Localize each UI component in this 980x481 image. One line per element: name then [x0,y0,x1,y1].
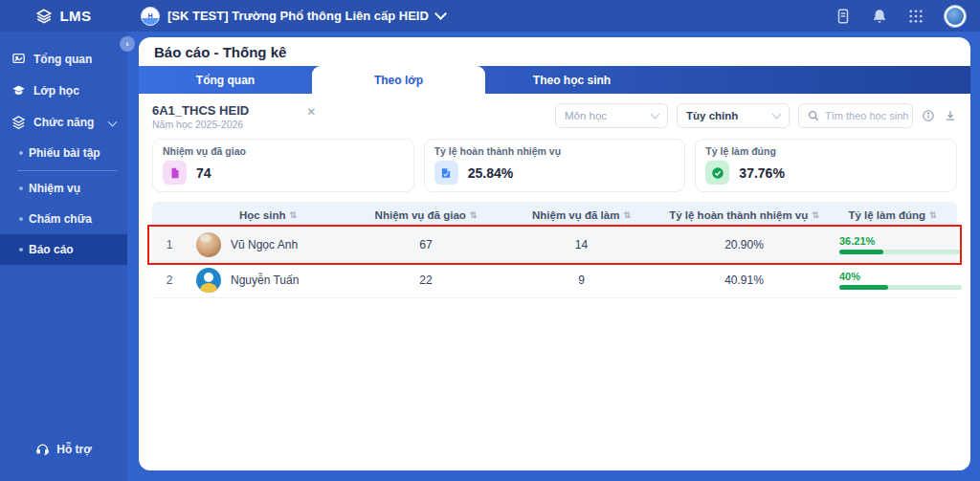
table-row[interactable]: 2 Nguyễn Tuấn 22 9 40.91% 40% [152,263,957,298]
chevron-down-icon [108,118,118,127]
class-info: 6A1_THCS HEID Năm học 2025-2026 [152,103,249,131]
completion-value: 40.91% [660,273,828,287]
tab-theo-lop[interactable]: Theo lớp [312,66,485,94]
chevron-down-icon [651,110,660,120]
sidebar-item-lop-hoc[interactable]: Lớp học [0,75,127,106]
sidebar-subitem-label: Chấm chữa [29,212,92,226]
sort-icon[interactable]: ⇅ [290,210,298,220]
graduation-cap-icon [11,83,26,98]
tab-bar: Tổng quan Theo lớp Theo học sinh [139,66,970,94]
sort-icon[interactable]: ⇅ [812,210,819,220]
tab-label: Theo học sinh [533,74,611,87]
stat-card-assigned: Nhiệm vụ đã giao 74 [152,139,414,192]
completion-icon [434,161,458,185]
bullet-dot [19,217,23,221]
school-selector[interactable]: H [SK TEST] Trường Phổ thông Liên cấp HE… [141,7,445,26]
sidebar-subitem-bao-cao[interactable]: Báo cáo [0,234,127,265]
progress-bar-fill [839,285,888,290]
student-avatar [196,232,221,257]
assigned-value: 22 [349,273,502,287]
school-logo-icon: H [141,7,160,26]
col-done-header[interactable]: Nhiệm vụ đã làm ⇅ [502,209,660,221]
sidebar-collapse-button[interactable]: ‹ [120,36,135,52]
search-input[interactable] [825,110,909,121]
stat-label: Tỷ lệ hoàn thành nhiệm vụ [434,145,676,157]
user-avatar[interactable]: GV [944,5,967,28]
chevron-down-icon [434,8,447,20]
sort-icon[interactable]: ⇅ [623,210,631,220]
school-year: Năm học 2025-2026 [152,119,249,131]
stat-value: 25.84% [468,165,513,181]
support-label: Hỗ trợ [56,443,92,456]
student-search[interactable] [798,103,913,128]
stat-label: Tỷ lệ làm đúng [705,145,947,157]
class-name: 6A1_THCS HEID [152,103,249,119]
progress-bar-fill [839,250,883,254]
sidebar-subitem-phieu-bai-tap[interactable]: Phiếu bài tập [0,138,127,168]
sort-icon[interactable]: ⇅ [929,210,937,220]
sidebar-item-label: Lớp học [33,84,79,98]
tab-tong-quan[interactable]: Tổng quan [139,66,312,94]
student-name: Vũ Ngọc Anh [231,238,298,251]
search-icon [807,109,820,122]
app-logo[interactable]: LMS [0,0,127,32]
subject-select[interactable]: Môn học [555,103,668,128]
bullet-dot [19,151,23,155]
school-name: [SK TEST] Trường Phổ thông Liên cấp HEID [167,9,429,23]
stat-value: 37.76% [739,165,784,181]
task-document-icon [163,161,187,185]
col-student-header[interactable]: Học sinh ⇅ [187,209,349,221]
done-value: 9 [502,273,660,287]
check-circle-icon [705,161,729,185]
student-avatar [196,268,221,293]
bullet-dot [19,248,23,251]
sidebar: ‹ Tổng quan Lớp học Chức năng Phiếu bài … [0,32,127,481]
table-header-row: Học sinh ⇅ Nhiệm vụ đã giao ⇅ Nhiệm vụ đ… [152,202,957,228]
students-table: Học sinh ⇅ Nhiệm vụ đã giao ⇅ Nhiệm vụ đ… [152,202,957,298]
correct-percent-label: 36.21% [839,235,962,247]
col-correct-header[interactable]: Tỷ lệ làm đúng ⇅ [828,209,957,221]
header-label: Tỷ lệ làm đúng [848,209,925,221]
support-button[interactable]: Hỗ trợ [0,442,127,456]
main-card: Báo cáo - Thống kê Tổng quan Theo lớp Th… [139,37,970,470]
sidebar-subitem-label: Phiếu bài tập [29,146,100,160]
row-index: 1 [152,238,187,251]
download-icon[interactable] [944,109,957,122]
sidebar-item-label: Chức năng [33,116,94,129]
header-label: Nhiệm vụ đã làm [532,209,619,221]
apps-grid-icon[interactable] [907,8,924,25]
tab-label: Theo lớp [374,74,423,87]
sort-icon[interactable]: ⇅ [470,210,478,220]
sidebar-item-tong-quan[interactable]: Tổng quan [0,43,127,75]
tab-theo-hoc-sinh[interactable]: Theo học sinh [485,66,658,94]
subject-select-value: Môn học [565,110,607,121]
info-icon[interactable] [922,109,935,122]
col-completion-header[interactable]: Tỷ lệ hoàn thành nhiệm vụ ⇅ [660,209,828,221]
stat-card-completion: Tỷ lệ hoàn thành nhiệm vụ 25.84% [424,139,686,192]
bell-icon[interactable] [871,8,888,25]
header-label: Tỷ lệ hoàn thành nhiệm vụ [669,209,808,221]
col-assigned-header[interactable]: Nhiệm vụ đã giao ⇅ [349,209,502,221]
table-row[interactable]: 1 Vũ Ngọc Anh 67 14 20.90% 36.21% [152,228,957,263]
stat-card-correct: Tỷ lệ làm đúng 37.76% [695,139,957,192]
completion-value: 20.90% [660,238,828,251]
sidebar-subitem-label: Báo cáo [29,243,74,256]
sidebar-subitem-label: Nhiệm vụ [29,182,80,195]
progress-bar [839,250,962,254]
correct-percent-label: 40% [839,271,962,282]
custom-range-select[interactable]: Tùy chỉnh [677,103,790,128]
done-value: 14 [502,238,660,251]
close-icon[interactable]: ✕ [306,105,316,119]
page-title: Báo cáo - Thống kê [139,37,970,66]
sidebar-subitem-cham-chua[interactable]: Chấm chữa [0,204,127,234]
sidebar-subitem-nhiem-vu[interactable]: Nhiệm vụ [0,173,127,204]
layers-icon [11,115,26,129]
docs-icon[interactable] [835,8,852,25]
header-label: Nhiệm vụ đã giao [375,209,466,221]
bullet-dot [19,186,23,190]
headset-icon [35,442,50,456]
sidebar-item-chuc-nang[interactable]: Chức năng [0,106,127,138]
progress-bar [839,285,962,290]
header-label: Học sinh [239,209,286,221]
student-name: Nguyễn Tuấn [231,273,299,287]
